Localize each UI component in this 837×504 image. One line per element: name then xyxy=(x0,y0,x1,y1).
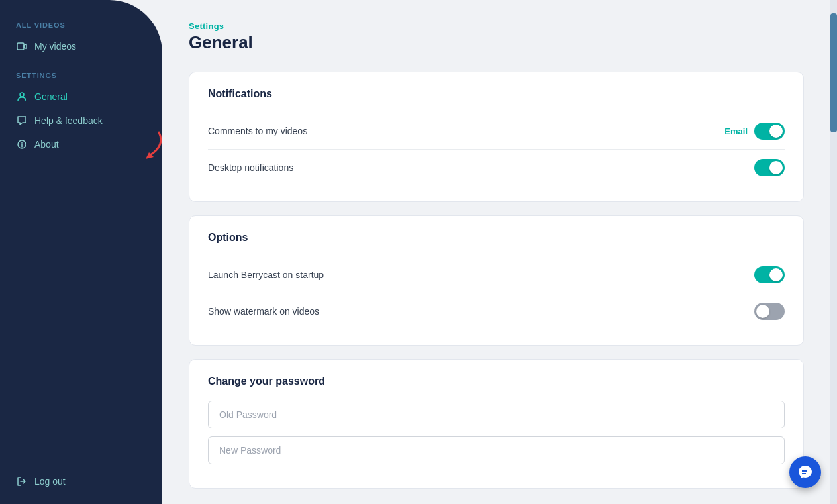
user-icon xyxy=(16,91,28,103)
options-card: Options Launch Berrycast on startup Show… xyxy=(189,215,804,346)
desktop-toggle-slider xyxy=(754,159,785,176)
page-subtitle: Settings xyxy=(189,21,804,31)
logout-icon xyxy=(16,476,28,487)
notifications-title: Notifications xyxy=(208,88,785,100)
change-password-card: Change your password xyxy=(189,359,804,489)
scrollbar-thumb[interactable] xyxy=(830,13,837,132)
notifications-card: Notifications Comments to my videos Emai… xyxy=(189,72,804,202)
svg-point-1 xyxy=(20,93,24,97)
sidebar-item-my-videos-label: My videos xyxy=(34,41,76,52)
sidebar-item-help-feedback-label: Help & feedback xyxy=(34,115,103,126)
comments-controls: Email xyxy=(724,123,785,140)
old-password-input[interactable] xyxy=(208,401,785,428)
setting-row-desktop: Desktop notifications xyxy=(208,150,785,185)
svg-rect-0 xyxy=(17,43,24,50)
main-content: Settings General Notifications Comments … xyxy=(162,0,830,504)
desktop-toggle[interactable] xyxy=(754,159,785,176)
watermark-toggle[interactable] xyxy=(754,303,785,320)
chat-support-icon xyxy=(797,464,813,480)
chat-icon xyxy=(16,115,28,126)
options-title: Options xyxy=(208,232,785,244)
sidebar-item-my-videos[interactable]: My videos xyxy=(0,34,162,58)
info-icon xyxy=(16,138,28,150)
comments-toggle-slider xyxy=(754,123,785,140)
email-label: Email xyxy=(724,126,748,136)
desktop-label: Desktop notifications xyxy=(208,162,293,173)
sidebar-section-all-videos: ALL VIDEOS xyxy=(0,21,162,29)
page-title: General xyxy=(189,32,804,53)
scrollbar[interactable] xyxy=(830,0,837,504)
change-password-title: Change your password xyxy=(208,376,785,387)
launch-startup-controls xyxy=(754,266,785,283)
sidebar: ALL VIDEOS My videos SETTINGS General He… xyxy=(0,0,162,504)
sidebar-item-help-feedback[interactable]: Help & feedback xyxy=(0,109,162,132)
sidebar-item-logout-label: Log out xyxy=(34,476,66,487)
watermark-controls xyxy=(754,303,785,320)
desktop-controls xyxy=(754,159,785,176)
comments-label: Comments to my videos xyxy=(208,126,307,136)
watermark-toggle-slider xyxy=(754,303,785,320)
new-password-input[interactable] xyxy=(208,436,785,464)
setting-row-launch-startup: Launch Berrycast on startup xyxy=(208,257,785,293)
sidebar-item-about[interactable]: About xyxy=(0,132,162,156)
setting-row-comments: Comments to my videos Email xyxy=(208,113,785,150)
chat-support-button[interactable] xyxy=(789,456,821,488)
sidebar-item-logout[interactable]: Log out xyxy=(0,470,162,493)
sidebar-section-settings: SETTINGS xyxy=(0,72,162,79)
watermark-label: Show watermark on videos xyxy=(208,306,319,317)
comments-toggle[interactable] xyxy=(754,123,785,140)
sidebar-item-about-label: About xyxy=(34,139,59,150)
launch-startup-toggle-slider xyxy=(754,266,785,283)
launch-startup-label: Launch Berrycast on startup xyxy=(208,270,324,280)
launch-startup-toggle[interactable] xyxy=(754,266,785,283)
setting-row-watermark: Show watermark on videos xyxy=(208,293,785,329)
video-icon xyxy=(16,40,28,52)
sidebar-item-general[interactable]: General xyxy=(0,85,162,109)
sidebar-item-general-label: General xyxy=(34,91,68,102)
